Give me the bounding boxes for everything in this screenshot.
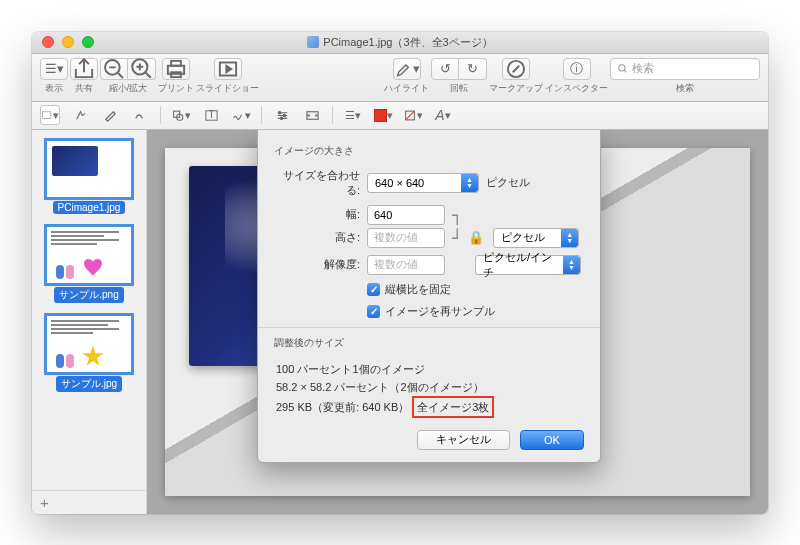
bracket-icon: ┘ (452, 228, 459, 248)
adjust-size-tool[interactable] (302, 105, 322, 125)
adjust-color-tool[interactable] (272, 105, 292, 125)
lock-icon[interactable]: 🔒 (466, 233, 486, 242)
slideshow-button[interactable] (214, 58, 242, 80)
add-page-button[interactable]: + (32, 490, 147, 514)
search-icon (617, 63, 628, 74)
svg-point-13 (278, 111, 280, 113)
markup-button[interactable] (502, 58, 530, 80)
width-label: 幅: (274, 207, 360, 222)
thumbnail-1[interactable]: PCimage1.jpg (46, 140, 132, 214)
svg-rect-8 (43, 111, 51, 118)
jpg-icon (307, 36, 319, 48)
svg-point-14 (283, 114, 285, 116)
svg-rect-3 (171, 60, 181, 65)
width-input[interactable]: 640 (367, 205, 445, 225)
print-button[interactable] (162, 58, 190, 80)
markup-toolbar: ▾ ▾ T ▾ ☰▾ ▾ ▾ A▾ (32, 102, 768, 130)
height-input[interactable]: 複数の値 (367, 228, 445, 248)
markup-label: マークアップ (489, 82, 543, 95)
thumbnail-2[interactable]: サンプル.png (46, 226, 132, 303)
content-area: PCimage1.jpg サンプル.png サンプル.jpg + イメージの大き… (32, 130, 768, 514)
border-color-tool[interactable]: ▾ (373, 105, 393, 125)
line-style-tool[interactable]: ☰▾ (343, 105, 363, 125)
draw-tool[interactable] (130, 105, 150, 125)
zoom-in-button[interactable] (128, 58, 156, 80)
instant-alpha-tool[interactable] (70, 105, 90, 125)
view-button[interactable]: ☰▾ (40, 58, 68, 80)
thumbnail-sidebar[interactable]: PCimage1.jpg サンプル.png サンプル.jpg (32, 130, 147, 514)
share-button[interactable] (70, 58, 98, 80)
resolution-input[interactable]: 複数の値 (367, 255, 445, 275)
share-label: 共有 (75, 82, 93, 95)
resolution-label: 解像度: (274, 257, 360, 272)
search-label: 検索 (676, 82, 694, 95)
zoom-out-button[interactable] (100, 58, 128, 80)
highlight-label: ハイライト (384, 82, 429, 95)
shapes-tool[interactable]: ▾ (171, 105, 191, 125)
sign-tool[interactable]: ▾ (231, 105, 251, 125)
fit-unit: ピクセル (486, 175, 530, 190)
text-style-tool[interactable]: A▾ (433, 105, 453, 125)
preview-window: PCimage1.jpg（3件、全3ページ） ☰▾ 表示 共有 縮小/拡大 プリ… (32, 32, 768, 514)
rotate-right-button[interactable]: ↻ (459, 58, 487, 80)
rotate-left-button[interactable]: ↺ (431, 58, 459, 80)
svg-point-15 (280, 117, 282, 119)
ok-button[interactable]: OK (520, 430, 584, 450)
sketch-tool[interactable] (100, 105, 120, 125)
svg-point-7 (619, 65, 625, 71)
resize-dialog: イメージの大きさ サイズを合わせる: 640 × 640▲▼ ピクセル 幅: 6… (257, 130, 601, 463)
wh-unit-select[interactable]: ピクセル▲▼ (493, 228, 579, 248)
view-label: 表示 (45, 82, 63, 95)
resolution-unit-select[interactable]: ピクセル/インチ▲▼ (475, 255, 581, 275)
dialog-section-result: 調整後のサイズ (274, 336, 584, 350)
dialog-section-size: イメージの大きさ (274, 144, 584, 158)
fill-color-tool[interactable]: ▾ (403, 105, 423, 125)
bracket-icon: ┐ (452, 205, 459, 225)
resample-checkbox[interactable]: ✓イメージを再サンプル (367, 304, 495, 319)
rotate-label: 回転 (450, 82, 468, 95)
svg-text:T: T (208, 109, 215, 120)
zoom-label: 縮小/拡大 (109, 82, 148, 95)
window-title: PCimage1.jpg（3件、全3ページ） (32, 35, 768, 50)
main-toolbar: ☰▾ 表示 共有 縮小/拡大 プリント スライドショー ▾ ハイライト (32, 54, 768, 102)
highlight-button[interactable]: ▾ (393, 58, 421, 80)
text-tool[interactable]: T (201, 105, 221, 125)
slideshow-label: スライドショー (196, 82, 259, 95)
svg-line-18 (406, 111, 415, 120)
cancel-button[interactable]: キャンセル (417, 430, 510, 450)
fit-into-select[interactable]: 640 × 640▲▼ (367, 173, 479, 193)
selection-tool[interactable]: ▾ (40, 105, 60, 125)
titlebar: PCimage1.jpg（3件、全3ページ） (32, 32, 768, 54)
inspector-button[interactable]: ⓘ (563, 58, 591, 80)
search-input[interactable]: 検索 (610, 58, 760, 80)
fit-into-label: サイズを合わせる: (274, 168, 360, 198)
thumbnail-3[interactable]: サンプル.jpg (46, 315, 132, 392)
lock-ratio-checkbox[interactable]: ✓縦横比を固定 (367, 282, 451, 297)
inspector-label: インスペクター (545, 82, 608, 95)
all-images-highlight: 全イメージ3枚 (412, 396, 494, 418)
print-label: プリント (158, 82, 194, 95)
result-text: 100 パーセント1個のイメージ 58.2 × 58.2 パーセント（2個のイメ… (276, 360, 584, 418)
height-label: 高さ: (274, 230, 360, 245)
